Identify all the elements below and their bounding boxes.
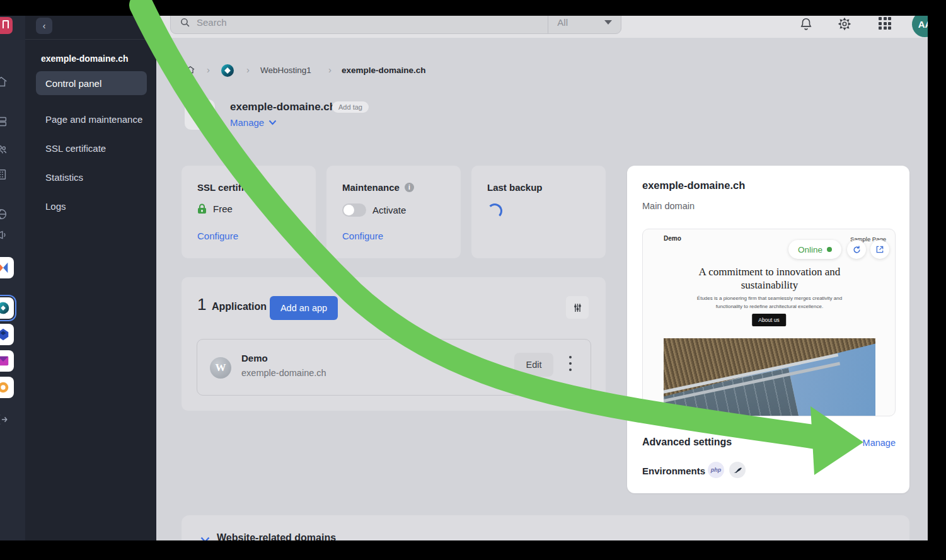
application-domain: exemple-domaine.ch (241, 368, 326, 378)
preview-paragraph: Études is a pioneering firm that seamles… (684, 295, 855, 311)
ssl-configure-link[interactable]: Configure (197, 231, 238, 241)
sidebar-item-control-panel[interactable]: Control panel (36, 71, 147, 95)
refresh-preview-button[interactable] (847, 240, 866, 259)
backup-card-title: Last backup (487, 182, 543, 193)
infomaniak-logo[interactable] (0, 17, 13, 34)
application-row[interactable]: W Demo exemple-domaine.ch Edit (197, 339, 591, 396)
preview-site-brand: Demo (664, 235, 681, 242)
maintenance-toggle[interactable] (342, 203, 366, 217)
site-preview[interactable]: Demo Sample Page Online A commitment to … (642, 229, 896, 416)
screen-frame-bottom (0, 540, 946, 560)
chevron-down-icon (604, 20, 612, 25)
breadcrumb-separator: › (207, 64, 210, 75)
kebab-menu-icon[interactable] (566, 356, 575, 371)
sidebar: ‹ exemple-domaine.ch Control panel Page … (25, 16, 156, 540)
breadcrumb-current-domain: exemple-domaine.ch (342, 66, 426, 75)
online-dot (827, 247, 832, 252)
ssl-card: SSL certificate Free Configure (182, 166, 316, 258)
domain-panel-subtitle: Main domain (642, 201, 695, 211)
breadcrumb-home-icon[interactable] (185, 65, 195, 75)
php-badge[interactable]: php (708, 462, 724, 478)
page-title: exemple-domaine.ch (230, 101, 336, 113)
breadcrumb-separator: › (246, 64, 250, 75)
mysql-dolphin-icon[interactable] (729, 462, 746, 478)
sidebar-item-logs[interactable]: Logs (36, 194, 147, 218)
preview-building-photo (664, 338, 875, 416)
info-icon[interactable]: i (405, 183, 414, 192)
breadcrumb-separator: › (328, 64, 332, 75)
sidebar-item-statistics[interactable]: Statistics (36, 165, 147, 189)
notifications-bell-icon[interactable] (799, 17, 813, 31)
applications-section: 1 Application Add an app W Demo exemple-… (182, 277, 606, 411)
preview-heading: A commitment to innovation and sustainab… (678, 265, 861, 292)
product-icon-kchat[interactable] (0, 324, 14, 345)
application-count: 1 (197, 295, 206, 314)
building-icon[interactable] (0, 168, 8, 181)
breadcrumb-webhosting-icon[interactable] (221, 64, 234, 77)
applications-label: Application (212, 301, 267, 312)
logout-icon[interactable] (0, 413, 8, 426)
megaphone-icon[interactable] (0, 228, 8, 242)
ssl-card-title: SSL certificate (197, 182, 263, 193)
advanced-settings-manage-link[interactable]: Manage (863, 438, 896, 448)
hosting-icon[interactable] (0, 115, 8, 129)
maintenance-configure-link[interactable]: Configure (342, 231, 383, 241)
environments-label: Environments (642, 466, 705, 476)
maintenance-card: Maintenance i Activate Configure (326, 166, 461, 258)
advanced-settings-label: Advanced settings (642, 437, 732, 448)
domain-manage-dropdown[interactable]: Manage (230, 117, 277, 128)
loading-spinner (487, 203, 502, 219)
domain-panel-title: exemple-domaine.ch (642, 180, 745, 191)
search-input[interactable] (197, 17, 548, 28)
screen-frame-top (0, 0, 946, 16)
screen-frame-right (928, 0, 946, 560)
maintenance-card-title: Maintenance (342, 182, 400, 193)
product-icon-kmail[interactable] (0, 350, 14, 372)
breadcrumb-webhosting1[interactable]: WebHosting1 (260, 66, 311, 75)
users-icon[interactable] (0, 142, 8, 156)
add-app-button[interactable]: Add an app (270, 296, 338, 320)
product-icon-webhosting[interactable] (0, 297, 14, 319)
collapse-sidebar-button[interactable]: ‹ (36, 18, 52, 34)
settings-gear-icon[interactable] (838, 17, 851, 31)
maintenance-toggle-label: Activate (372, 205, 406, 215)
lock-icon (197, 203, 207, 214)
home-icon[interactable] (0, 75, 8, 89)
chevron-down-icon (268, 120, 277, 125)
screenshot-stage: ‹ exemple-domaine.ch Control panel Page … (0, 0, 946, 560)
add-tag-button[interactable]: Add tag (332, 101, 369, 113)
preview-about-button: About us (752, 314, 786, 326)
backup-card: Last backup (471, 166, 606, 258)
open-site-external-link-button[interactable] (870, 240, 889, 259)
edit-app-button[interactable]: Edit (514, 353, 553, 377)
sidebar-item-ssl-certificate[interactable]: SSL certificate (36, 136, 147, 160)
ssl-status: Free (213, 203, 233, 214)
wordpress-icon: W (210, 357, 231, 379)
online-status-badge: Online (788, 240, 841, 259)
apps-grid-icon[interactable] (879, 17, 892, 31)
application-name: Demo (241, 353, 268, 363)
domain-panel: exemple-domaine.ch Main domain Demo Samp… (627, 166, 909, 493)
filter-sliders-icon[interactable] (566, 296, 589, 319)
sidebar-item-page-maintenance[interactable]: Page and maintenance (36, 107, 147, 131)
globe-icon[interactable] (0, 207, 8, 221)
search-icon (180, 17, 190, 28)
sidebar-domain-title: exemple-domaine.ch (41, 54, 129, 64)
product-icon-kdrive[interactable] (0, 257, 14, 278)
site-icon (185, 100, 215, 130)
product-icon-swisstransfer[interactable] (0, 377, 14, 398)
product-rail (0, 16, 25, 540)
